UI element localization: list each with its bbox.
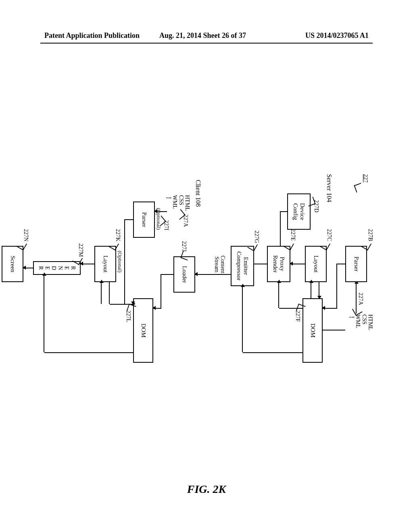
header-center: Aug. 21, 2014 Sheet 26 of 37 [159, 31, 246, 40]
ref-227n: 227N [23, 229, 29, 241]
arrowhead-input-parser-client [154, 209, 157, 213]
ref-227e: 227E [290, 229, 296, 241]
arrowhead-dom-render [42, 272, 46, 276]
box-proxy-render: Proxy Render [267, 246, 290, 282]
client-group-label: Client 108 [194, 180, 202, 207]
content-stream-label: Content Stream [213, 256, 226, 273]
layout-client-optional: (Optional) [117, 251, 123, 272]
box-device-config: Device Config [287, 193, 311, 230]
ref-227m: 227M [78, 243, 84, 257]
box-layout-client: Layout [94, 246, 116, 282]
figure-ref-227: 227 [363, 174, 369, 183]
figure-canvas: Server 104 227 HTML CSS WML ⋮ 227A [40, 56, 373, 500]
ref-227j: 227J [181, 241, 187, 251]
figure-ref-arc [354, 183, 364, 193]
box-screen: Screen [2, 246, 23, 282]
server-group-label: Server 104 [325, 174, 333, 202]
arrowhead-dom-proxy [277, 280, 281, 283]
ref-227f: 227F [295, 310, 301, 322]
ref-227b: 227B [367, 229, 373, 241]
figure-caption: FIG. 2K [40, 483, 373, 496]
header-left: Patent Application Publication [44, 31, 140, 40]
arrowhead-parser-dom-server [322, 306, 325, 310]
ref-227g: 227G [254, 231, 260, 243]
header-rule [40, 43, 373, 44]
client-input-list: HTML CSS WML ⋮ [165, 195, 190, 211]
arrow-layout-dom-server-2 [311, 282, 311, 298]
arrowhead-loader-dom [152, 306, 156, 310]
header-right: US 2014/0237065 A1 [305, 31, 369, 40]
arrowhead-render-screen [23, 266, 26, 270]
arrow-parser-dom-server [323, 330, 345, 330]
box-emitter-compressor: Emitter Compressor [231, 246, 254, 286]
ref-227a-server: 227A [358, 293, 364, 305]
arrow-emitter-loader [195, 274, 231, 275]
box-parser-client: Parser [133, 202, 155, 238]
box-render: R E N D E R [33, 261, 81, 275]
ref-227k: 227K [115, 229, 121, 241]
server-input-list: HTML CSS WML ⋮ [348, 314, 373, 330]
box-dom-server: DOM [302, 298, 323, 363]
box-dom-client: DOM [133, 298, 153, 363]
diagram: Server 104 227 HTML CSS WML ⋮ 227A [0, 169, 371, 371]
box-loader: Loader [173, 256, 195, 293]
arrowhead-dom-emitter [241, 284, 245, 287]
ref-227l: 227L [125, 310, 131, 322]
ref-227c: 227C [326, 229, 332, 241]
box-parser-server: Parser [345, 246, 367, 282]
box-layout-server: Layout [305, 246, 327, 282]
